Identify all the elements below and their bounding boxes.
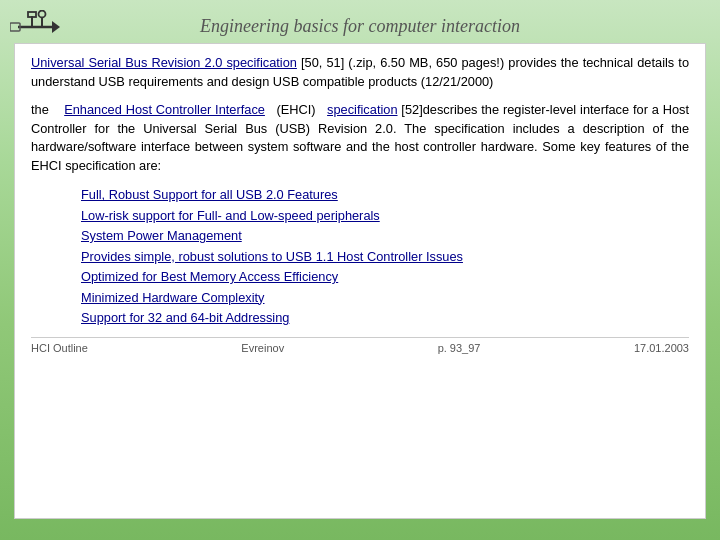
usb-icon bbox=[10, 10, 60, 44]
ehci-abbr: (EHCI) bbox=[276, 102, 315, 117]
bullet-list: Full, Robust Support for all USB 2.0 Fea… bbox=[81, 185, 689, 328]
footer-date: 17.01.2003 bbox=[634, 342, 689, 354]
bullet-item: Minimized Hardware Complexity bbox=[81, 288, 689, 308]
paragraph-2: the Enhanced Host Controller Interface (… bbox=[31, 101, 689, 175]
svg-rect-3 bbox=[28, 12, 36, 17]
svg-point-5 bbox=[39, 11, 46, 18]
para2-prefix: the bbox=[31, 102, 49, 117]
bullet-item: Support for 32 and 64-bit Addressing bbox=[81, 308, 689, 328]
bullet-item: Provides simple, robust solutions to USB… bbox=[81, 247, 689, 267]
footer-author: Evreinov bbox=[241, 342, 284, 354]
paragraph-1: Universal Serial Bus Revision 2.0 specif… bbox=[31, 54, 689, 91]
footer-left: HCI Outline bbox=[31, 342, 88, 354]
page-title: Engineering basics for computer interact… bbox=[0, 10, 720, 41]
content-area: Universal Serial Bus Revision 2.0 specif… bbox=[14, 43, 706, 519]
page-container: Engineering basics for computer interact… bbox=[0, 0, 720, 540]
bullet-item: Low-risk support for Full- and Low-speed… bbox=[81, 206, 689, 226]
bullet-item: Full, Robust Support for all USB 2.0 Fea… bbox=[81, 185, 689, 205]
footer-page: p. 93_97 bbox=[438, 342, 481, 354]
bullet-item: Optimized for Best Memory Access Efficie… bbox=[81, 267, 689, 287]
ehci-link[interactable]: Enhanced Host Controller Interface bbox=[64, 102, 265, 117]
usb-spec-link[interactable]: Universal Serial Bus Revision 2.0 specif… bbox=[31, 55, 297, 70]
footer-bar: HCI Outline Evreinov p. 93_97 17.01.2003 bbox=[31, 337, 689, 354]
usb-icon-area bbox=[10, 10, 60, 44]
spec-link[interactable]: specification bbox=[327, 102, 397, 117]
bullet-item: System Power Management bbox=[81, 226, 689, 246]
svg-marker-1 bbox=[52, 21, 60, 33]
